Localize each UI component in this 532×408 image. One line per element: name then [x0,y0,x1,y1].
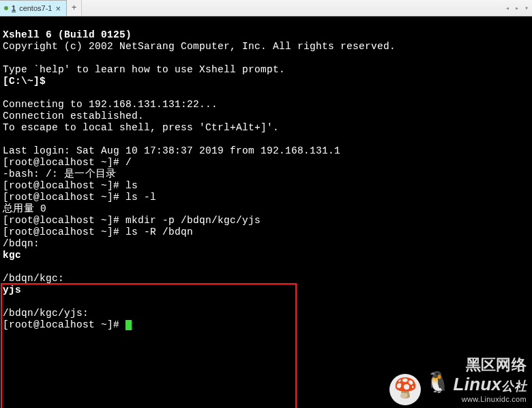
established-line: Connection established. [3,111,144,121]
tab-nav: ◂ ▸ ▾ [503,0,531,16]
tab-centos7-1[interactable]: 1 centos7-1 × [0,0,67,16]
tab-bar: 1 centos7-1 × + ◂ ▸ ▾ [0,0,532,16]
status-dot-icon [4,6,8,10]
escape-line: To escape to local shell, press 'Ctrl+Al… [3,122,279,133]
command: / [125,157,132,168]
command: ls -R /bdqn [125,227,193,237]
prompt: [root@localhost ~]# [3,192,125,203]
command: ls -l [125,192,156,203]
terminal-output[interactable]: Xshell 6 (Build 0125) Copyright (c) 2002… [0,16,532,408]
local-prompt: [C:\~]$ [3,76,52,87]
prompt: [root@localhost ~]# [3,180,125,191]
close-icon[interactable]: × [55,4,61,13]
dir-entry: yjs [3,285,21,295]
prompt: [root@localhost ~]# [3,157,125,168]
tab-prev-icon[interactable]: ◂ [503,4,512,12]
total-line: 总用量 0 [3,203,46,214]
watermark-url: www.Linuxidc.com [462,394,527,405]
new-tab-button[interactable]: + [67,0,82,16]
connecting-line: Connecting to 192.168.131.131:22... [3,99,218,110]
prompt: [root@localhost ~]# [3,319,125,330]
tab-number: 1 [12,4,16,12]
command: ls [125,180,138,191]
cursor-icon [125,320,132,330]
tab-next-icon[interactable]: ▸ [513,4,521,12]
watermark-brand: Linux公社 [454,375,527,394]
penguin-icon: 🐧 [425,373,450,394]
banner-line: Xshell 6 (Build 0125) [3,29,132,40]
tab-menu-icon[interactable]: ▾ [522,4,531,12]
mushroom-icon: 🍄 [389,374,421,405]
prompt: [root@localhost ~]# [3,215,125,226]
watermark-logo: 🍄 黑区网络 🐧 Linux公社 www.Linuxidc.com [389,357,527,405]
copyright-line: Copyright (c) 2002 NetSarang Computer, I… [3,41,396,52]
help-line: Type `help' to learn how to use Xshell p… [3,64,285,75]
tab-title: centos7-1 [19,4,52,12]
dir-header: /bdqn/kgc/yjs: [3,308,89,319]
command: mkdir -p /bdqn/kgc/yjs [125,215,261,226]
dir-header: /bdqn/kgc: [3,273,64,284]
dir-header: /bdqn: [3,238,40,249]
watermark-cn: 黑区网络 [466,357,527,373]
prompt: [root@localhost ~]# [3,227,125,237]
last-login-line: Last login: Sat Aug 10 17:38:37 2019 fro… [3,145,340,156]
highlight-rectangle [1,283,297,408]
bash-error: -bash: /: 是一个目录 [3,169,117,179]
dir-entry: kgc [3,250,21,261]
